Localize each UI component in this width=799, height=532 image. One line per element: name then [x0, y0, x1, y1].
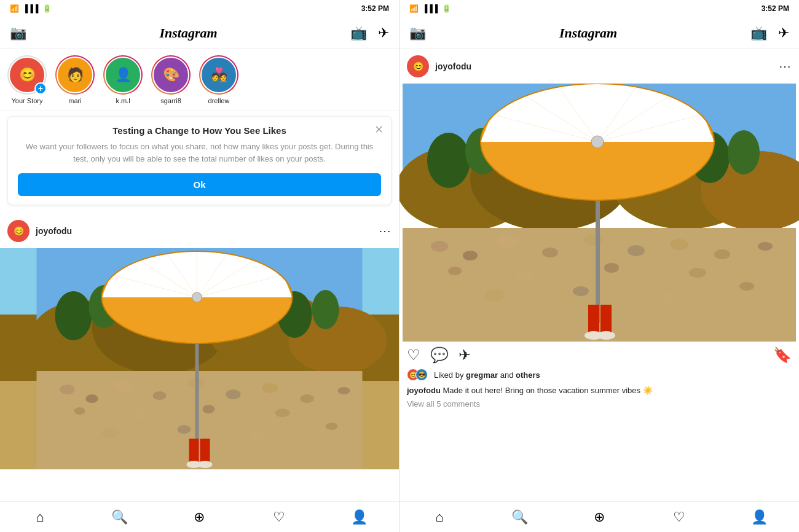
- add-icon-right[interactable]: ⊕: [587, 505, 612, 530]
- svg-point-8: [312, 290, 339, 329]
- bookmark-icon-right[interactable]: 🔖: [773, 346, 792, 364]
- svg-point-52: [670, 239, 688, 250]
- wifi-icon-left: 📶: [10, 4, 19, 13]
- left-phone: 📶 ▐▐▐ 🔋 3:52 PM 📷 Instagram 📺 ✈ 😊 + Your…: [0, 0, 399, 532]
- svg-point-25: [250, 431, 266, 440]
- drellew-ring: 💑: [199, 55, 238, 95]
- sgarri8-avatar: 🎨: [152, 57, 189, 93]
- camera-icon-right[interactable]: 📷: [409, 25, 426, 41]
- like-icon-right[interactable]: ♡: [407, 346, 420, 364]
- igtv-icon-left[interactable]: 📺: [350, 25, 367, 41]
- mari-label: mari: [68, 97, 81, 104]
- svg-point-15: [226, 389, 241, 399]
- caption-text-right: Made it out here! Bring on those vacatio…: [443, 386, 653, 395]
- time-right: 3:52 PM: [762, 4, 789, 13]
- drellew-avatar-wrap: 💑: [199, 55, 238, 95]
- svg-point-51: [628, 245, 645, 256]
- wifi-icon-right: 📶: [409, 4, 419, 13]
- svg-point-12: [114, 381, 132, 392]
- svg-point-23: [102, 427, 119, 438]
- sgarri8-avatar-wrap: 🎨: [151, 55, 191, 95]
- svg-rect-68: [588, 305, 599, 334]
- kml-avatar-wrap: 👤: [103, 55, 143, 95]
- mari-avatar: 🧑: [57, 57, 93, 93]
- notification-popup: ✕ Testing a Change to How You See Likes …: [7, 116, 392, 205]
- post-user-left[interactable]: 😊 joyofodu: [7, 220, 72, 242]
- drellew-avatar: 💑: [200, 57, 237, 93]
- svg-point-21: [203, 405, 215, 413]
- home-icon-left[interactable]: ⌂: [28, 505, 52, 530]
- profile-icon-left[interactable]: 👤: [347, 505, 371, 530]
- post-left: 😊 joyofodu ⋯: [0, 214, 399, 469]
- popup-body: We want your followers to focus on what …: [18, 141, 381, 165]
- svg-point-35: [198, 461, 213, 468]
- svg-point-13: [153, 391, 167, 400]
- like-avatar-2: 😎: [415, 369, 428, 381]
- post-image-left: [0, 248, 399, 469]
- post-image-svg-right: [399, 84, 799, 342]
- svg-point-31: [192, 292, 202, 302]
- caption-username-right[interactable]: joyofodu: [407, 386, 441, 395]
- status-bar-right: 📶 ▐▐▐ 🔋 3:52 PM: [399, 0, 799, 17]
- status-bar-left: 📶 ▐▐▐ 🔋 3:52 PM: [0, 0, 399, 17]
- send-icon-right[interactable]: ✈: [778, 25, 789, 41]
- svg-point-54: [758, 242, 773, 251]
- right-phone: 📶 ▐▐▐ 🔋 3:52 PM 📷 Instagram 📺 ✈ 😊 joyofo…: [399, 0, 799, 532]
- popup-close-button[interactable]: ✕: [374, 123, 384, 136]
- igtv-icon-right[interactable]: 📺: [750, 25, 767, 41]
- your-story-avatar-wrap: 😊 +: [7, 55, 47, 95]
- post-user-right[interactable]: 😊 joyofodu: [407, 55, 471, 77]
- post-avatar-left: 😊: [7, 220, 30, 242]
- kml-label: k.m.l: [116, 97, 130, 104]
- drellew-label: drellew: [208, 97, 230, 104]
- svg-point-59: [485, 289, 505, 302]
- mari-ring: 🧑: [55, 55, 95, 95]
- camera-icon-left[interactable]: 📷: [10, 25, 26, 41]
- search-icon-left[interactable]: 🔍: [108, 505, 132, 530]
- liked-and: and: [500, 370, 516, 380]
- signal-icon-left: ▐▐▐: [23, 4, 39, 13]
- story-item-mari[interactable]: 🧑 mari: [55, 55, 95, 104]
- battery-icon-right: 🔋: [442, 4, 451, 13]
- svg-point-16: [262, 383, 278, 393]
- post-more-left[interactable]: ⋯: [379, 224, 392, 238]
- heart-icon-right[interactable]: ♡: [667, 505, 691, 530]
- svg-point-10: [60, 385, 75, 394]
- svg-point-61: [658, 292, 676, 303]
- story-item-drellew[interactable]: 💑 drellew: [199, 55, 238, 104]
- add-icon-left[interactable]: ⊕: [187, 505, 211, 530]
- view-comments-right[interactable]: View all 5 comments: [399, 399, 799, 413]
- post-more-right[interactable]: ⋯: [779, 59, 792, 74]
- svg-point-71: [597, 331, 615, 340]
- popup-ok-button[interactable]: Ok: [18, 173, 381, 196]
- svg-point-58: [689, 268, 706, 278]
- profile-icon-right[interactable]: 👤: [747, 505, 771, 530]
- send-icon-left[interactable]: ✈: [378, 25, 389, 41]
- liked-by-prefix: Liked by: [434, 370, 466, 380]
- post-actions-right: ♡ 💬 ✈ 🔖: [399, 342, 799, 369]
- svg-point-26: [326, 423, 338, 430]
- share-icon-right[interactable]: ✈: [459, 346, 471, 364]
- liked-others[interactable]: others: [516, 370, 540, 380]
- kml-ring: 👤: [103, 55, 143, 95]
- post-image-svg-left: [0, 248, 399, 469]
- heart-icon-left[interactable]: ♡: [267, 505, 291, 530]
- story-add-button[interactable]: +: [34, 82, 47, 95]
- search-icon-right[interactable]: 🔍: [507, 505, 532, 530]
- nav-icons-left: 📺 ✈: [350, 25, 389, 41]
- story-item-your-story[interactable]: 😊 + Your Story: [7, 55, 47, 104]
- bottom-nav-right: ⌂ 🔍 ⊕ ♡ 👤: [399, 501, 799, 532]
- svg-point-20: [133, 409, 149, 419]
- svg-rect-32: [189, 439, 199, 463]
- story-item-sgarri8[interactable]: 🎨 sgarri8: [151, 55, 191, 104]
- svg-point-56: [516, 270, 535, 281]
- svg-point-44: [728, 130, 760, 174]
- home-icon-right[interactable]: ⌂: [427, 505, 452, 530]
- story-item-kml[interactable]: 👤 k.m.l: [103, 55, 143, 104]
- comment-icon-right[interactable]: 💬: [430, 346, 449, 364]
- bottom-nav-left: ⌂ 🔍 ⊕ ♡ 👤: [0, 501, 399, 532]
- svg-point-57: [604, 263, 619, 273]
- liked-by-user[interactable]: gregmar: [466, 370, 498, 380]
- post-header-left: 😊 joyofodu ⋯: [0, 214, 399, 248]
- like-avatars-right: 😊 😎: [407, 369, 424, 381]
